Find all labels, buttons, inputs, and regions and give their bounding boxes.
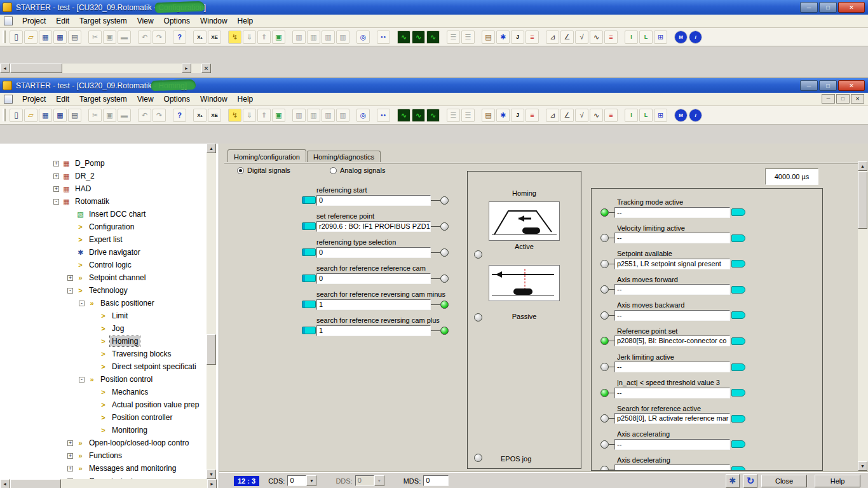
tree-item-label[interactable]: Setpoint channel [87, 273, 147, 283]
diagnostics-icon[interactable]: ▤ [482, 30, 495, 44]
accessible-nodes-icon[interactable]: ◎ [356, 30, 370, 44]
tree-expander[interactable]: + [67, 440, 73, 446]
radio-option[interactable]: Digital signals [237, 166, 290, 174]
root-curve-icon[interactable]: √ [575, 109, 588, 122]
wave-curve-icon[interactable]: ∿ [590, 109, 603, 122]
passive-homing-image[interactable] [489, 265, 560, 301]
open-project-icon[interactable]: ▱ [24, 30, 37, 44]
status-value-field[interactable]: p2508[0], LR activate reference mar [614, 413, 730, 424]
tree-item-label[interactable]: Limit [110, 311, 130, 321]
cut-icon[interactable]: ✂ [88, 30, 102, 44]
menu-item[interactable]: Project [17, 93, 51, 105]
grid-view-icon[interactable]: ⊞ [654, 30, 667, 44]
accessible-nodes-icon[interactable]: ◎ [356, 109, 370, 122]
tree-item-label[interactable]: Position controller [110, 412, 174, 423]
help-pointer-icon[interactable]: ? [173, 109, 186, 122]
scroll-down-icon[interactable] [207, 470, 216, 479]
tree-item[interactable]: + Setpoint channel [0, 271, 207, 284]
status-value-field[interactable]: -- [614, 388, 730, 398]
binector-output-chip[interactable] [731, 415, 745, 423]
tree-item-label[interactable]: Messages and monitoring [87, 463, 178, 473]
form-vertical-scrollbar[interactable] [858, 161, 868, 471]
tree-item[interactable]: Configuration [0, 220, 207, 233]
connect-target-icon[interactable]: ↯ [228, 30, 241, 44]
radio-icon[interactable] [237, 167, 244, 174]
tree-item[interactable]: Jog [0, 322, 207, 335]
status-value-field[interactable]: -- [614, 362, 730, 372]
tree-expander[interactable]: + [53, 161, 59, 166]
save-compile-icon[interactable]: ▦ [53, 109, 67, 122]
mdi-child-icon[interactable] [4, 95, 13, 104]
paste-icon[interactable]: ▬ [118, 30, 131, 44]
paste-icon[interactable]: ▬ [118, 109, 131, 122]
scroll-right-icon[interactable] [207, 479, 217, 488]
radio-icon[interactable] [330, 167, 337, 174]
wave-curve-icon[interactable]: ∿ [590, 30, 603, 44]
tree-item[interactable]: Expert list [0, 233, 207, 246]
settings-button[interactable]: ✱ [726, 474, 740, 488]
limit-lines-icon[interactable]: ≡ [526, 30, 539, 44]
tree-item-label[interactable]: Configuration [87, 222, 136, 232]
close-button[interactable]: ✕ [838, 2, 865, 13]
dropdown-arrow-icon[interactable] [306, 475, 316, 486]
tree-item[interactable]: + Messages and monitoring [0, 462, 207, 475]
status-value-field[interactable]: -- [614, 233, 730, 243]
upload-from-target-icon[interactable]: ⇑ [257, 30, 271, 44]
status-value-field[interactable]: -- [614, 284, 730, 295]
tree-item[interactable]: Position controller [0, 411, 207, 424]
binector-output-chip[interactable] [731, 440, 745, 448]
cut-icon[interactable]: ✂ [88, 109, 102, 122]
menu-item[interactable]: Target system [74, 93, 132, 105]
maximize-button[interactable]: □ [819, 80, 837, 91]
menu-item[interactable]: Options [159, 93, 195, 105]
help-button[interactable]: Help [815, 475, 860, 487]
insert-single-drive-icon[interactable]: X₁ [193, 109, 207, 122]
tree-item[interactable]: - Basic positioner [0, 297, 207, 309]
mdi-minimize-button[interactable]: ─ [822, 94, 835, 104]
scroll-right-icon[interactable] [182, 64, 191, 73]
tree-expander[interactable]: + [53, 186, 59, 192]
binector-output-chip[interactable] [731, 363, 745, 371]
mdi-restore-button[interactable]: □ [836, 94, 850, 104]
trace-3-icon[interactable]: ∿ [426, 30, 440, 44]
signal-value-field[interactable]: 0 [316, 247, 431, 258]
profile-curve-icon[interactable]: ⊿ [546, 30, 559, 44]
scroll-up-icon[interactable] [858, 161, 867, 171]
online-mode-icon[interactable]: ▣ [272, 109, 285, 122]
tree-item[interactable]: Mechanics [0, 386, 207, 398]
tree-item-label[interactable]: Rotomatik [73, 196, 111, 207]
new-document-icon[interactable]: ▯ [10, 30, 23, 44]
binector-output-chip[interactable] [731, 337, 745, 345]
undo-icon[interactable]: ↶ [138, 30, 151, 44]
binector-input-chip[interactable] [302, 274, 316, 282]
redo-icon[interactable]: ↷ [153, 109, 166, 122]
binector-input-chip[interactable] [302, 327, 316, 334]
save-icon[interactable]: ▦ [39, 30, 52, 44]
minimize-button[interactable]: ─ [800, 2, 818, 13]
tree-item-label[interactable]: Jog [110, 323, 126, 334]
scroll-thumb[interactable] [858, 172, 867, 229]
insert-drive-object-icon[interactable]: XE [208, 30, 221, 44]
drive-function-4-icon[interactable]: ▥ [336, 109, 349, 122]
refresh-button[interactable]: ↻ [743, 474, 757, 488]
signal-value-field[interactable]: 1 [316, 299, 431, 310]
tree-item[interactable]: Traversing blocks [0, 348, 207, 360]
topology-1-icon[interactable]: ☰ [447, 30, 460, 44]
binector-output-chip[interactable] [731, 286, 745, 294]
target-partners-icon[interactable]: ●● [377, 30, 390, 44]
connect-target-icon[interactable]: ↯ [228, 109, 241, 122]
tree-expander[interactable]: + [67, 453, 73, 459]
signal-value-field[interactable]: 0 [316, 273, 431, 284]
menu-item[interactable]: Help [233, 15, 259, 27]
signal-value-field[interactable]: r2090.6 : BO: IF1 PROFIBUS PZD1 [316, 221, 431, 232]
jog-icon[interactable]: J [511, 30, 524, 44]
signal-value-field[interactable]: 0 [316, 195, 431, 206]
tree-item-label[interactable]: Actual position value prep [110, 400, 201, 410]
tree-item[interactable]: Control logic [0, 259, 207, 271]
save-icon[interactable]: ▦ [39, 109, 52, 122]
motor-module-icon[interactable]: M [674, 109, 688, 122]
configuration-gear-icon[interactable]: ✱ [496, 30, 510, 44]
status-value-field[interactable]: -- [614, 439, 730, 450]
tree-item[interactable]: - Technology [0, 284, 207, 297]
tree-expander[interactable]: - [67, 288, 73, 294]
